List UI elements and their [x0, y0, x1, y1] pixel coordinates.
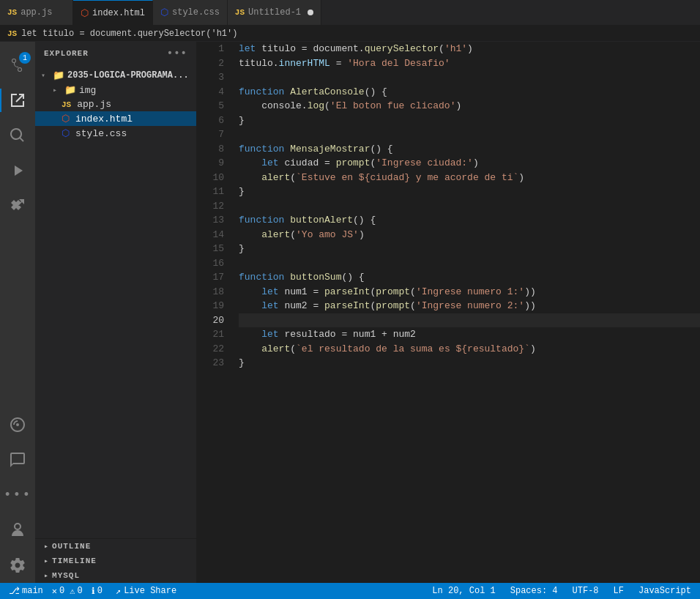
live-share-label: Live Share: [124, 586, 176, 596]
breadcrumb-bar: JS let titulo = document.querySelector('…: [0, 26, 700, 42]
code-line-3: [239, 70, 700, 85]
breadcrumb-text: let titulo = document.querySelector('h1'…: [21, 29, 237, 39]
account-icon: [9, 521, 26, 539]
sidebar-item-appjs[interactable]: JS app.js: [35, 97, 196, 111]
timeline-label: TIMELINE: [52, 557, 97, 565]
tab-appjs[interactable]: JS app.js: [0, 0, 73, 26]
sidebar-item-indexhtml[interactable]: ⬡ index.html: [35, 111, 196, 126]
root-folder[interactable]: ▾ 📁 2035-LOGICA-PROGRAMA...: [35, 68, 196, 83]
code-line-19: let num2 = parseInt(prompt('Ingrese nume…: [239, 299, 700, 313]
line-number-10: 10: [202, 171, 224, 185]
code-line-21: let resultado = num1 + num2: [239, 327, 700, 342]
code-line-15: }: [239, 242, 700, 256]
sidebar-mysql-header[interactable]: ▸ MYSQL: [35, 568, 196, 583]
status-line-col[interactable]: Ln 20, Col 1: [429, 586, 498, 596]
code-line-5: console.log('El boton fue clicado'): [239, 99, 700, 114]
tab-icon-js: JS: [7, 8, 17, 17]
activity-run[interactable]: [0, 153, 35, 188]
info-count: 0: [97, 586, 103, 596]
activity-search[interactable]: [0, 118, 35, 153]
code-line-23: }: [239, 356, 700, 371]
code-line-20: [239, 313, 700, 328]
outline-arrow-icon: ▸: [44, 542, 49, 551]
sidebar-item-img[interactable]: ▸ 📁 img: [35, 83, 196, 97]
sidebar-outline-header[interactable]: ▸ OUTLINE: [35, 539, 196, 554]
vscode-window: JS app.js ⬡ index.html ⬡ style.css JS Un…: [0, 0, 700, 599]
folder-open-icon: 📁: [53, 70, 64, 81]
status-language[interactable]: JavaScript: [636, 586, 694, 596]
editor-content[interactable]: 1234567891011121314151617181920212223 le…: [196, 42, 700, 583]
line-number-8: 8: [202, 142, 224, 157]
line-number-14: 14: [202, 228, 224, 242]
code-line-9: let ciudad = prompt('Ingrese ciudad:'): [239, 156, 700, 171]
timeline-arrow-icon: ▸: [44, 557, 49, 565]
tab-label-stylecss: style.css: [172, 7, 220, 18]
code-line-4: function AlertaConsole() {: [239, 85, 700, 100]
sidebar-timeline-header[interactable]: ▸ TIMELINE: [35, 554, 196, 568]
code-line-12: [239, 199, 700, 214]
tab-dirty-dot: [308, 10, 313, 15]
search-icon: [9, 127, 26, 144]
activity-extensions[interactable]: [0, 188, 35, 223]
activity-more[interactable]: •••: [0, 477, 35, 513]
warning-count: 0: [77, 586, 82, 596]
activity-chat[interactable]: [0, 442, 35, 477]
line-number-6: 6: [202, 114, 224, 128]
remote-explorer-icon: [9, 416, 26, 434]
line-number-21: 21: [202, 327, 224, 342]
git-branch-icon: ⎇: [9, 585, 20, 597]
sidebar-more-icon[interactable]: •••: [167, 48, 187, 59]
activity-source-control[interactable]: 1: [0, 48, 35, 83]
status-info[interactable]: ℹ 0: [89, 586, 105, 597]
language-text: JavaScript: [638, 586, 691, 596]
error-icon: ✕: [52, 586, 57, 597]
activity-explorer[interactable]: [0, 83, 35, 118]
line-number-16: 16: [202, 256, 224, 271]
line-col-text: Ln 20, Col 1: [432, 586, 495, 596]
code-line-16: [239, 256, 700, 271]
line-number-19: 19: [202, 299, 224, 313]
warning-icon: ⚠: [70, 586, 75, 597]
breadcrumb-icon: JS: [7, 29, 17, 38]
line-number-17: 17: [202, 270, 224, 285]
code-lines[interactable]: let titulo = document.querySelector('h1'…: [233, 42, 700, 583]
tab-label-appjs: app.js: [21, 7, 52, 18]
status-left: ⎇ main ✕ 0 ⚠ 0 ℹ 0: [6, 585, 105, 597]
stylecss-file-icon: ⬡: [62, 127, 70, 139]
stylecss-label: style.css: [75, 128, 127, 139]
line-number-12: 12: [202, 199, 224, 214]
line-number-2: 2: [202, 56, 224, 71]
code-line-7: [239, 127, 700, 142]
extensions-icon: [9, 197, 26, 215]
status-line-ending[interactable]: LF: [611, 586, 627, 596]
live-share-section[interactable]: ↗ Live Share: [111, 583, 181, 599]
status-errors[interactable]: ✕ 0 ⚠ 0: [49, 586, 86, 597]
status-bar: ⎇ main ✕ 0 ⚠ 0 ℹ 0 ↗ Live Share Ln 20, C…: [0, 583, 700, 599]
line-number-23: 23: [202, 356, 224, 371]
activity-account[interactable]: [0, 513, 35, 548]
tab-icon-css: ⬡: [160, 7, 168, 18]
tab-icon-untitled: JS: [235, 8, 245, 17]
line-ending-text: LF: [614, 586, 624, 596]
activity-bar: 1: [0, 42, 35, 583]
appjs-file-icon: JS: [62, 100, 71, 109]
info-icon: ℹ: [92, 586, 95, 597]
error-count: 0: [59, 586, 64, 596]
activity-settings[interactable]: [0, 548, 35, 583]
tab-untitled1[interactable]: JS Untitled-1: [228, 0, 321, 26]
line-number-7: 7: [202, 127, 224, 142]
activity-remote[interactable]: [0, 407, 35, 442]
root-folder-name: 2035-LOGICA-PROGRAMA...: [67, 70, 189, 81]
code-line-13: function buttonAlert() {: [239, 213, 700, 228]
status-git[interactable]: ⎇ main: [6, 585, 46, 597]
status-spaces[interactable]: Spaces: 4: [507, 586, 561, 596]
mysql-arrow-icon: ▸: [44, 571, 49, 580]
tab-indexhtml[interactable]: ⬡ index.html: [73, 0, 153, 26]
sidebar-item-stylecss[interactable]: ⬡ style.css: [35, 126, 196, 141]
line-number-11: 11: [202, 185, 224, 199]
status-encoding[interactable]: UTF-8: [570, 586, 602, 596]
indexhtml-label: index.html: [75, 114, 133, 124]
spaces-text: Spaces: 4: [510, 586, 558, 596]
folder-tree: ▾ 📁 2035-LOGICA-PROGRAMA... ▸ 📁 img JS a…: [35, 65, 196, 538]
tab-stylecss[interactable]: ⬡ style.css: [153, 0, 228, 26]
